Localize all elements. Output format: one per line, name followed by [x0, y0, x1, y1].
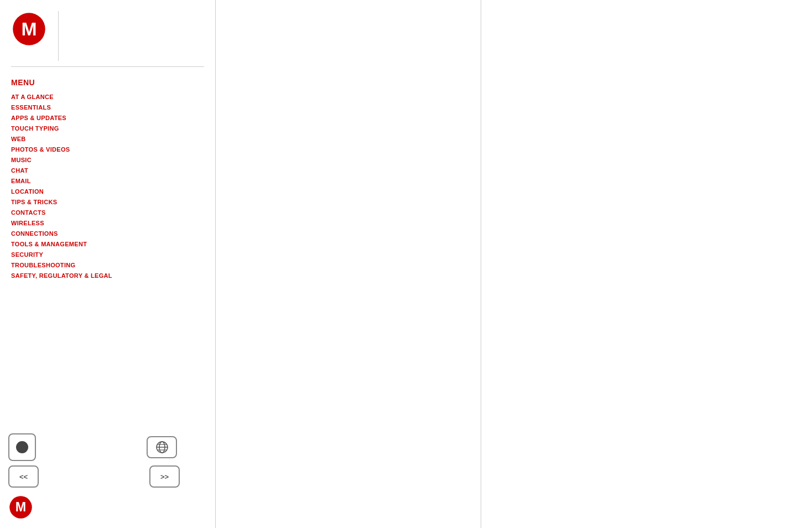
next-button[interactable]: >> [149, 465, 180, 488]
sidebar-item-email[interactable]: EMAIL [11, 178, 204, 184]
sidebar-item-contacts[interactable]: CONTACTS [11, 209, 204, 216]
home-button[interactable] [8, 433, 36, 461]
sidebar: M MENU AT A GLANCE ESSENTIALS APPS & UPD… [0, 0, 216, 528]
prev-label: << [19, 473, 28, 481]
prev-button[interactable]: << [8, 465, 39, 488]
sidebar-item-at-a-glance[interactable]: AT A GLANCE [11, 94, 204, 100]
sidebar-item-tools-management[interactable]: TOOLS & MANAGEMENT [11, 241, 204, 247]
middle-panel [216, 0, 481, 528]
sidebar-item-tips-tricks[interactable]: TIPS & TRICKS [11, 199, 204, 205]
sidebar-item-wireless[interactable]: WIRELESS [11, 220, 204, 226]
menu-section: MENU AT A GLANCE ESSENTIALS APPS & UPDAT… [11, 78, 204, 279]
motorola-logo-bottom[interactable]: M [8, 495, 33, 520]
sidebar-item-photos-videos[interactable]: PHOTOS & VIDEOS [11, 146, 204, 153]
content-area [216, 0, 812, 528]
globe-button[interactable] [147, 436, 177, 458]
sidebar-item-troubleshooting[interactable]: TROUBLESHOOTING [11, 262, 204, 268]
next-label: >> [160, 473, 169, 481]
sidebar-item-chat[interactable]: CHAT [11, 167, 204, 174]
sidebar-item-location[interactable]: LOCATION [11, 188, 204, 195]
nav-row-1 [8, 433, 180, 461]
sidebar-item-safety-regulatory-legal[interactable]: SAFETY, REGULATORY & LEGAL [11, 272, 204, 279]
sidebar-item-touch-typing[interactable]: TOUCH TYPING [11, 125, 204, 132]
bottom-nav-area: << >> M [8, 433, 180, 520]
sidebar-item-essentials[interactable]: ESSENTIALS [11, 104, 204, 111]
menu-title: MENU [11, 78, 204, 87]
sidebar-item-connections[interactable]: CONNECTIONS [11, 230, 204, 237]
nav-row-3: M [8, 492, 180, 520]
svg-text:M: M [15, 500, 27, 514]
sidebar-item-apps-updates[interactable]: APPS & UPDATES [11, 115, 204, 121]
sidebar-item-web[interactable]: WEB [11, 136, 204, 142]
globe-icon [155, 440, 169, 454]
sidebar-header: M [11, 11, 204, 67]
header-divider [58, 11, 59, 61]
sidebar-item-security[interactable]: SECURITY [11, 251, 204, 258]
circle-icon [16, 441, 28, 453]
motorola-logo-sidebar: M [11, 11, 47, 47]
svg-text:M: M [21, 18, 37, 39]
sidebar-item-music[interactable]: MUSIC [11, 157, 204, 163]
right-panel [481, 0, 812, 528]
nav-row-2: << >> [8, 465, 180, 488]
